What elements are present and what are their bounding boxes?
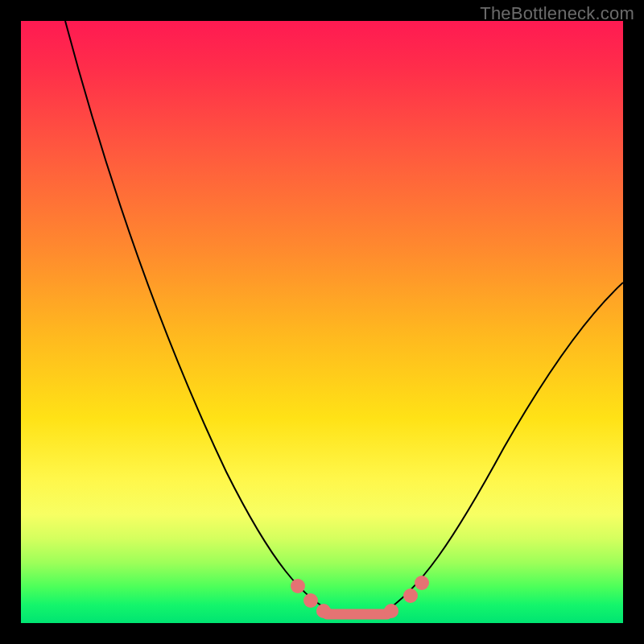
marker-dot [403, 588, 418, 603]
marker-dot [303, 593, 318, 608]
chart-frame: TheBottleneck.com [0, 0, 644, 644]
curve-right-branch [379, 283, 623, 615]
bottleneck-curve [21, 21, 623, 623]
marker-dot [415, 576, 429, 590]
curve-left-branch [65, 21, 339, 615]
chart-plot-area [21, 21, 623, 623]
curve-trough [339, 615, 379, 617]
marker-dot [291, 579, 305, 593]
marker-dot [384, 604, 398, 618]
marker-dot [316, 604, 331, 618]
watermark-text: TheBottleneck.com [480, 3, 634, 24]
